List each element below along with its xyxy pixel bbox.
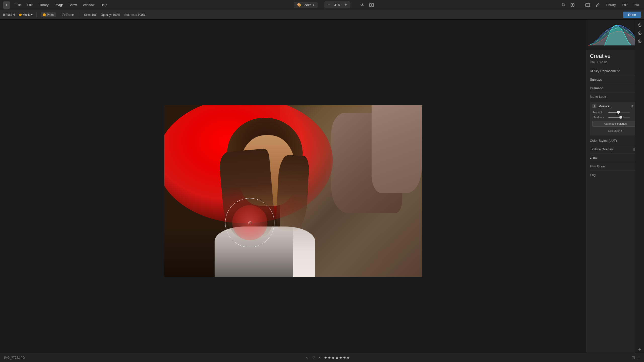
amount-slider-row: Amount 46	[592, 111, 638, 114]
item-ai-sky-label: AI Sky Replacement	[590, 69, 620, 73]
compare-icon[interactable]	[368, 1, 376, 9]
item-texture-overlay[interactable]: Texture Overlay PRO	[590, 145, 640, 154]
top-right-area: Library Edit Info	[584, 1, 641, 9]
shadows-thumb[interactable]	[619, 116, 622, 119]
panel-icon-bottom[interactable]	[636, 346, 643, 353]
erase-label: Erase	[66, 13, 74, 17]
looks-chevron-icon: ▾	[313, 4, 314, 6]
item-texture-overlay-label: Texture Overlay	[590, 147, 613, 151]
main-area: Creative IMG_7772.jpg AI Sky Replacement…	[0, 20, 644, 362]
shadows-slider[interactable]	[608, 117, 630, 118]
erase-radio-icon	[62, 13, 65, 16]
item-dramatic[interactable]: Dramatic	[590, 84, 640, 93]
item-sunrays-label: Sunrays	[590, 78, 602, 81]
zoom-in-button[interactable]: +	[343, 2, 348, 8]
mask-label: Mask	[23, 13, 30, 17]
canvas-area[interactable]	[0, 20, 586, 362]
menu-window[interactable]: Window	[80, 2, 97, 8]
mask-indicator	[19, 14, 22, 16]
looks-label: Looks	[303, 3, 311, 7]
add-button[interactable]: +	[3, 2, 10, 9]
looks-icon: 🎨	[297, 3, 301, 7]
right-icons-bar	[635, 20, 644, 353]
rating-stars[interactable]: ★★★★★★★	[324, 356, 350, 360]
advanced-settings-button[interactable]: Advanced Settings	[592, 121, 638, 127]
item-fog-label: Fog	[590, 173, 595, 177]
mystical-section: Mystical ↺ ◑ Amount 46	[590, 102, 640, 135]
status-close-icon[interactable]: ✕	[318, 356, 321, 359]
info-label[interactable]: Info	[631, 2, 641, 8]
status-bottom-icon[interactable]: ⊡	[632, 355, 635, 360]
zoom-out-button[interactable]: −	[327, 2, 332, 8]
separator	[36, 12, 37, 17]
menu-edit[interactable]: Edit	[24, 2, 35, 8]
panel-icon-1[interactable]	[636, 22, 643, 29]
looks-button[interactable]: 🎨 Looks ▾	[294, 2, 317, 8]
zoom-level: 41%	[333, 3, 342, 7]
status-more-icon[interactable]: ···	[637, 356, 640, 360]
menu-view[interactable]: View	[67, 2, 79, 8]
zoom-controls: − 41% +	[325, 2, 350, 8]
amount-thumb[interactable]	[617, 111, 620, 114]
done-button[interactable]: Done	[623, 12, 641, 18]
mask-button[interactable]: Mask ▾	[19, 13, 33, 17]
export-icon[interactable]	[569, 1, 577, 9]
status-icons: ○- ♡ ✕ ★★★★★★★	[306, 356, 350, 360]
svg-rect-1	[372, 4, 374, 7]
menu-help[interactable]: Help	[98, 2, 110, 8]
erase-button[interactable]: Erase	[60, 12, 76, 17]
mask-chevron-icon: ▾	[31, 13, 32, 16]
library-toggle-icon[interactable]	[584, 1, 592, 9]
softness-param: Softness: 100%	[124, 13, 145, 17]
item-film-grain-label: Film Grain	[590, 164, 605, 168]
svg-rect-3	[586, 4, 587, 7]
crop-icon[interactable]	[559, 1, 568, 9]
panel-icon-3[interactable]	[636, 38, 643, 45]
panel-icon-2[interactable]	[636, 30, 643, 37]
library-label[interactable]: Library	[604, 2, 618, 8]
item-film-grain[interactable]: Film Grain	[590, 162, 640, 171]
item-color-styles[interactable]: Color Styles (LUT)	[590, 137, 640, 145]
item-fog[interactable]: Fog	[590, 171, 640, 179]
filename-label: IMG_7772.JPG	[4, 356, 25, 359]
item-ai-sky[interactable]: AI Sky Replacement	[590, 67, 640, 75]
menu-image[interactable]: Image	[52, 2, 66, 8]
amount-slider[interactable]	[608, 112, 630, 113]
edit-label[interactable]: Edit	[620, 2, 629, 8]
panel-subtitle: IMG_7772.jpg	[590, 60, 640, 63]
status-heart-icon[interactable]: ♡	[312, 356, 315, 359]
item-dramatic-label: Dramatic	[590, 86, 603, 90]
menu-library[interactable]: Library	[36, 2, 51, 8]
shadows-fill	[608, 117, 621, 118]
mystical-header: Mystical ↺ ◑	[592, 104, 638, 108]
item-glow-label: Glow	[590, 156, 597, 160]
shadows-slider-row: Shadows 58	[592, 116, 638, 119]
edit-mask-button[interactable]: Edit Mask ▾	[592, 128, 638, 133]
item-matte-look[interactable]: Matte Look	[590, 93, 640, 101]
status-circle-icon[interactable]: ○-	[306, 356, 309, 359]
size-param: Size: 196	[84, 13, 97, 17]
mystical-label: Mystical	[598, 104, 610, 108]
edit-toggle-icon[interactable]	[594, 1, 602, 9]
menu-file[interactable]: File	[13, 2, 23, 8]
svg-rect-0	[370, 4, 371, 7]
photo-background	[164, 105, 422, 277]
panel-title: Creative	[590, 53, 640, 59]
amount-label: Amount	[592, 111, 606, 114]
paint-button[interactable]: Paint	[41, 12, 56, 17]
item-glow[interactable]: Glow	[590, 154, 640, 162]
paint-radio-icon	[43, 13, 46, 16]
paint-label: Paint	[47, 13, 54, 17]
mystical-reset-icon[interactable]: ↺	[630, 104, 633, 108]
brush-label: BRUSH	[3, 13, 15, 17]
photo-container	[164, 105, 422, 277]
mystical-toggle-icon	[592, 104, 596, 108]
item-color-styles-label: Color Styles (LUT)	[590, 139, 617, 143]
status-bar: IMG_7772.JPG ○- ♡ ✕ ★★★★★★★ ⊡ ···	[0, 353, 644, 362]
eye-icon[interactable]: 👁	[358, 1, 367, 9]
item-sunrays[interactable]: Sunrays	[590, 75, 640, 84]
opacity-param: Opacity: 100%	[101, 13, 120, 17]
svg-rect-4	[587, 4, 590, 7]
brush-bar: BRUSH Mask ▾ Paint Erase Size: 196 Opaci…	[0, 10, 644, 20]
mystical-title: Mystical	[592, 104, 610, 108]
